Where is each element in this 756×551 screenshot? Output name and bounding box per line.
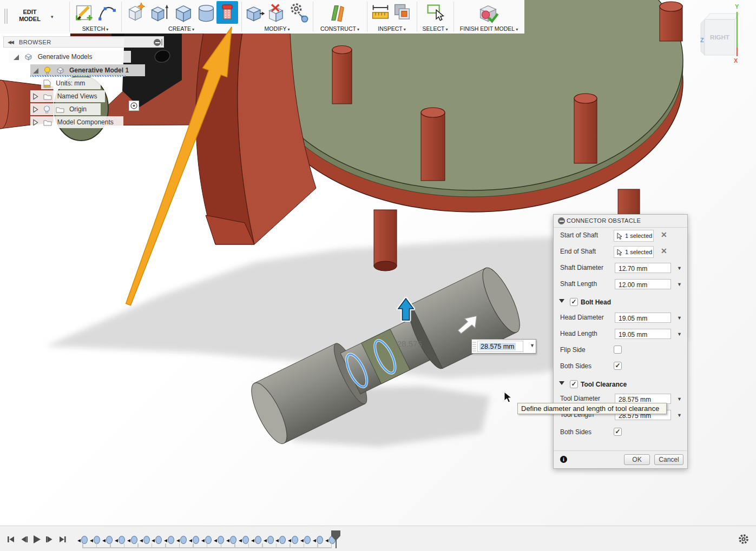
timeline-feature-marker[interactable]: [131, 536, 137, 544]
construct-group-label[interactable]: CONSTRUCT▾: [313, 25, 367, 32]
timeline-skip-end-button[interactable]: [58, 535, 67, 543]
section-collapse-icon[interactable]: [559, 299, 564, 303]
collapsed-arrow-icon[interactable]: [32, 93, 38, 100]
timeline-feature-marker[interactable]: [180, 536, 187, 544]
finish-edit-model-label[interactable]: FINISH EDIT MODEL▾: [453, 25, 524, 32]
primitive-icon[interactable]: [126, 2, 146, 24]
both-sides-checkbox[interactable]: [614, 428, 622, 436]
panel-resize-handle[interactable]: [161, 39, 162, 45]
activate-component-radio[interactable]: [129, 101, 139, 111]
visibility-bulb-icon[interactable]: [44, 67, 51, 75]
timeline-feature-marker[interactable]: [317, 536, 323, 544]
press-pull-icon[interactable]: [245, 2, 265, 24]
timeline-feature-marker[interactable]: [218, 536, 224, 544]
delete-face-icon[interactable]: [266, 2, 287, 24]
info-icon[interactable]: i: [560, 456, 567, 463]
timeline-play-button[interactable]: [32, 534, 42, 545]
bolt-head-checkbox[interactable]: [570, 298, 578, 306]
collapse-panel-icon[interactable]: ◀◀: [8, 39, 13, 45]
timeline-feature-marker[interactable]: [230, 536, 236, 544]
collapsed-arrow-icon[interactable]: [32, 119, 38, 126]
minimize-icon[interactable]: [154, 39, 161, 46]
head-diameter-input[interactable]: 19.05 mm: [615, 313, 671, 323]
select-group-label[interactable]: SELECT▾: [417, 25, 453, 32]
chevron-down-icon[interactable]: ▼: [530, 343, 535, 348]
create-sketch-icon[interactable]: [74, 2, 94, 24]
cylinder-icon[interactable]: [196, 2, 216, 24]
construct-plane-icon[interactable]: [327, 2, 348, 24]
chevron-down-icon[interactable]: ▼: [677, 396, 682, 402]
modify-group-label[interactable]: MODIFY▾: [241, 25, 313, 32]
section-collapse-icon[interactable]: [559, 381, 564, 385]
timeline-feature-marker[interactable]: [267, 536, 274, 544]
sketch-group-label[interactable]: SKETCH▾: [69, 25, 121, 32]
timeline-feature-marker[interactable]: [81, 536, 88, 544]
tree-item-units[interactable]: Units: mm: [41, 77, 101, 89]
shaft-length-input[interactable]: 12.00 mm: [615, 279, 671, 289]
box-icon[interactable]: [173, 2, 194, 24]
timeline-feature-marker[interactable]: [106, 536, 113, 544]
chevron-down-icon[interactable]: ▼: [677, 331, 682, 337]
dialog-header[interactable]: CONNECTOR OBSTACLE: [554, 215, 687, 228]
start-of-shaft-selection-button[interactable]: 1 selected: [614, 230, 654, 242]
edit-model-menu[interactable]: EDIT MODEL: [13, 9, 47, 23]
inspect-group-label[interactable]: INSPECT▾: [367, 25, 417, 32]
flip-side-checkbox[interactable]: [614, 346, 622, 354]
timeline-feature-marker[interactable]: [94, 536, 100, 544]
extrude-icon[interactable]: [149, 2, 170, 24]
timeline-feature-marker[interactable]: [168, 536, 174, 544]
timeline-feature-marker[interactable]: [119, 536, 125, 544]
chevron-down-icon[interactable]: ▼: [677, 413, 682, 418]
both-sides-checkbox[interactable]: [614, 362, 622, 370]
change-parameters-icon[interactable]: [289, 2, 310, 24]
minimize-icon[interactable]: [558, 217, 565, 224]
timeline-feature-marker[interactable]: [304, 536, 311, 544]
timeline-feature-marker[interactable]: [279, 536, 286, 544]
dimension-value-field[interactable]: 28.575 mm: [477, 341, 523, 352]
start-of-shaft-row: Start of Shaft 1 selected ✕: [554, 230, 687, 242]
timeline-feature-marker[interactable]: [242, 536, 249, 544]
tree-item-model-components[interactable]: Model Components: [30, 116, 123, 128]
dimension-input-box[interactable]: 28.575 mm ▼: [471, 339, 536, 354]
timeline-feature-marker[interactable]: [255, 536, 261, 544]
head-length-input[interactable]: 19.05 mm: [615, 329, 671, 339]
collapsed-arrow-icon[interactable]: [32, 106, 38, 113]
clear-selection-icon[interactable]: ✕: [661, 231, 668, 238]
shaft-diameter-input[interactable]: 12.70 mm: [615, 263, 671, 273]
timeline-feature-marker[interactable]: [143, 536, 150, 544]
viewcube[interactable]: RIGHT Y X Z: [700, 3, 739, 64]
toolbar-group-edit-model[interactable]: EDIT MODEL ▾: [0, 0, 69, 34]
finish-edit-model-icon[interactable]: [477, 2, 499, 25]
create-group-label[interactable]: CREATE▾: [121, 25, 241, 32]
tool-clearance-checkbox[interactable]: [570, 380, 578, 388]
measure-icon[interactable]: [370, 2, 391, 24]
chevron-down-icon[interactable]: ▼: [677, 265, 682, 271]
cancel-button[interactable]: Cancel: [654, 454, 683, 465]
visibility-bulb-icon[interactable]: [43, 105, 50, 114]
ok-button[interactable]: OK: [624, 454, 650, 465]
tree-item-origin[interactable]: Origin: [30, 103, 101, 115]
spline-icon[interactable]: [97, 2, 117, 24]
timeline-skip-start-button[interactable]: [6, 535, 15, 543]
end-of-shaft-selection-button[interactable]: 1 selected: [614, 246, 654, 258]
timeline-settings-gear-icon[interactable]: [738, 534, 749, 545]
connector-obstacle-button-active[interactable]: [216, 1, 238, 24]
drag-grip-icon[interactable]: [472, 341, 476, 352]
tree-item-generative-models[interactable]: Generative Models: [9, 51, 131, 63]
tree-item-generative-model-1[interactable]: Generative Model 1: [30, 64, 145, 76]
tree-item-named-views[interactable]: Named Views: [30, 90, 105, 102]
timeline-feature-marker[interactable]: [155, 536, 162, 544]
clear-selection-icon[interactable]: ✕: [661, 247, 668, 255]
chevron-down-icon[interactable]: ▼: [677, 282, 682, 287]
timeline-feature-marker[interactable]: [205, 536, 212, 544]
expanded-arrow-icon[interactable]: [13, 54, 19, 61]
browser-header[interactable]: ◀◀ BROWSER: [3, 36, 164, 48]
timeline-step-forward-button[interactable]: [45, 535, 54, 543]
timeline-step-back-button[interactable]: [19, 535, 28, 543]
chevron-down-icon[interactable]: ▼: [677, 315, 682, 321]
expanded-arrow-icon[interactable]: [32, 68, 39, 74]
section-analysis-icon[interactable]: [392, 2, 412, 24]
timeline-feature-marker[interactable]: [193, 536, 199, 544]
timeline-feature-marker[interactable]: [292, 536, 298, 544]
select-icon[interactable]: [425, 2, 446, 24]
